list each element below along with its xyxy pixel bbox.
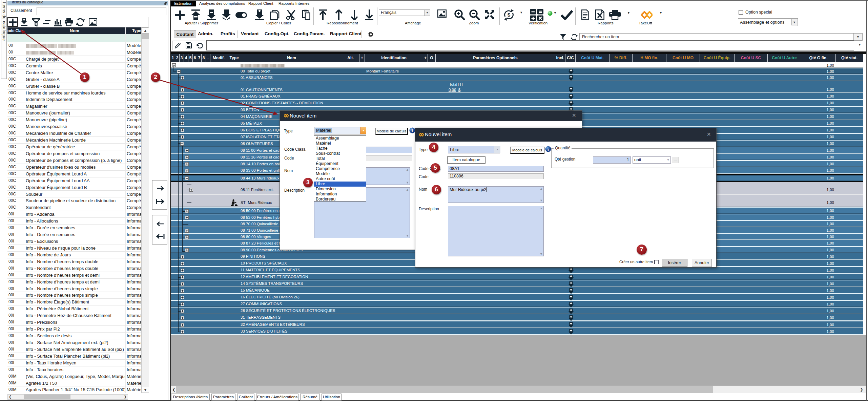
svg-text:$: $	[508, 12, 511, 18]
